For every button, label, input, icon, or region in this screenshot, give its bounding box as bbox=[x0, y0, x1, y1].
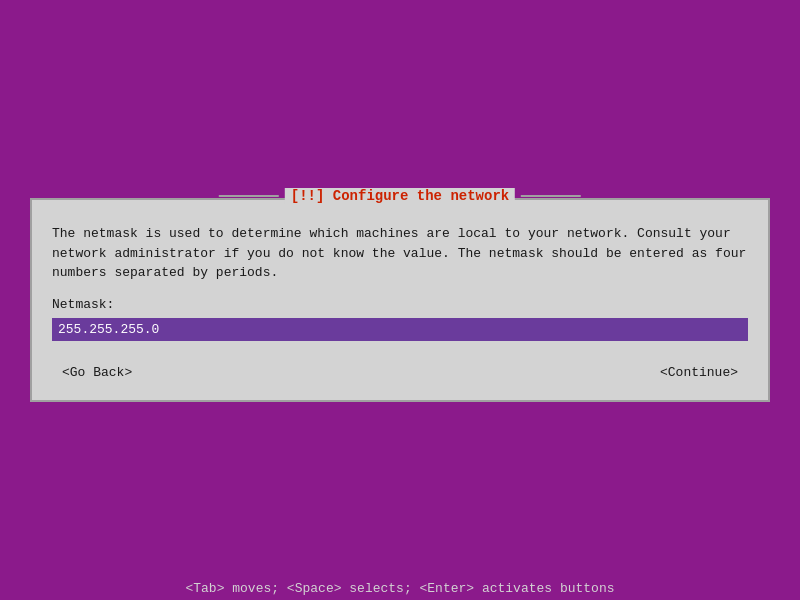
title-line-right bbox=[521, 195, 581, 197]
go-back-button[interactable]: <Go Back> bbox=[52, 361, 142, 384]
dialog-description: The netmask is used to determine which m… bbox=[52, 224, 748, 283]
continue-button[interactable]: <Continue> bbox=[650, 361, 748, 384]
netmask-input[interactable] bbox=[52, 318, 748, 341]
dialog-title: [!!] Configure the network bbox=[285, 188, 515, 204]
dialog-title-bar: [!!] Configure the network bbox=[219, 188, 581, 204]
configure-network-dialog: [!!] Configure the network The netmask i… bbox=[30, 198, 770, 402]
button-row: <Go Back> <Continue> bbox=[52, 361, 748, 384]
title-line-left bbox=[219, 195, 279, 197]
status-bar: <Tab> moves; <Space> selects; <Enter> ac… bbox=[0, 577, 800, 600]
netmask-label: Netmask: bbox=[52, 297, 748, 312]
dialog-body: The netmask is used to determine which m… bbox=[52, 224, 748, 384]
